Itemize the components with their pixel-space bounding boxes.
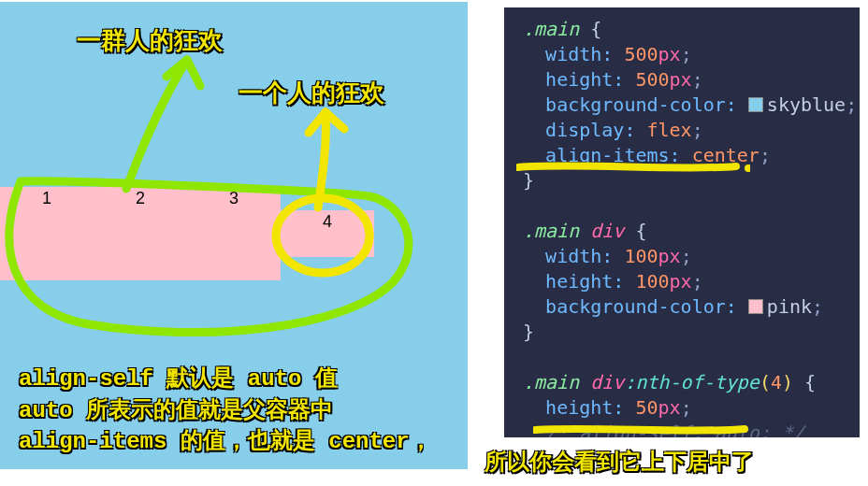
color-swatch-pink (748, 299, 763, 314)
flex-item-2: 2 (94, 187, 187, 280)
comment-align-self: /* align-self: auto; */ (545, 422, 804, 437)
caption-line-3a: align-items 的值，也就是 center， (19, 426, 432, 458)
caption-line-2: auto 所表示的值就是父容器中 (19, 395, 432, 427)
flex-item-label: 4 (281, 210, 374, 232)
code-panel: .main { width: 500px; height: 500px; bac… (504, 7, 860, 437)
flex-item-3: 3 (187, 187, 281, 280)
flex-item-4: 4 (281, 210, 374, 257)
flex-item-1: 1 (0, 187, 94, 280)
selector-main: .main (523, 18, 579, 40)
flex-item-label: 1 (0, 187, 94, 208)
caption-block: align-self 默认是 auto 值 auto 所表示的值就是父容器中 a… (19, 364, 432, 458)
flex-demo-row: 1 2 3 4 (0, 187, 374, 280)
caption-line-1: align-self 默认是 auto 值 (19, 364, 432, 395)
caption-line-3b: 所以你会看到它上下居中了 (485, 447, 754, 477)
flex-item-label: 3 (187, 187, 281, 208)
flex-item-label: 2 (94, 187, 187, 208)
left-illustration-panel: 1 2 3 4 一群人的狂欢 一个人的狂欢 align-self 默认是 aut… (0, 2, 468, 469)
color-swatch-skyblue (748, 97, 763, 112)
annotation-single-label: 一个人的狂欢 (239, 77, 384, 109)
annotation-group-label: 一群人的狂欢 (77, 24, 223, 57)
